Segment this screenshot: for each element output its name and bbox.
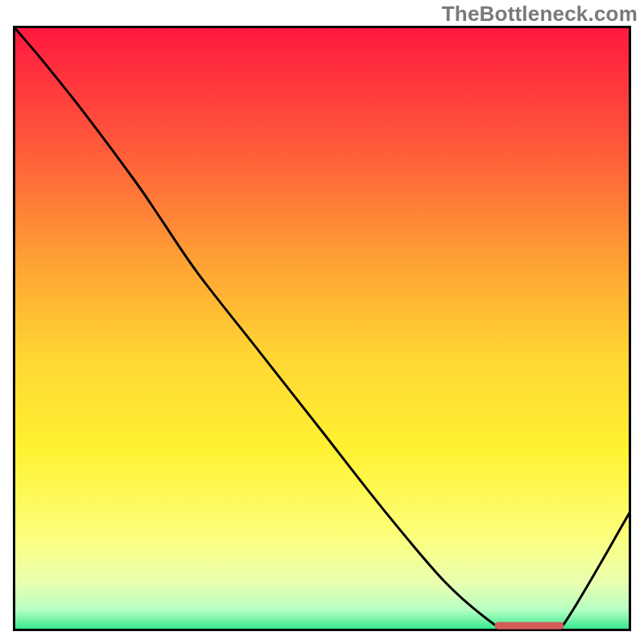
plot-svg bbox=[13, 26, 631, 631]
plot-area bbox=[13, 26, 631, 631]
watermark-text: TheBottleneck.com bbox=[442, 2, 638, 27]
chart-frame: TheBottleneck.com bbox=[0, 0, 644, 644]
gradient-rect bbox=[13, 26, 631, 631]
